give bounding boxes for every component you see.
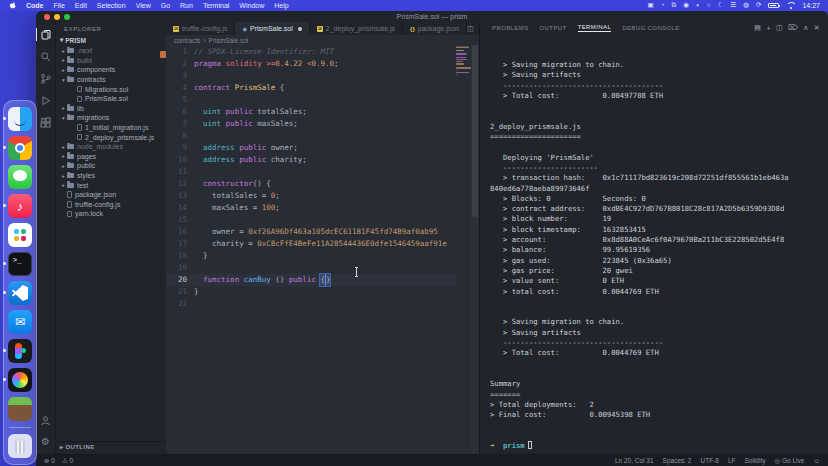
code-line-1[interactable]: 1// SPDX-License-Identifier: MIT bbox=[166, 46, 455, 58]
tree-item-truffle-config-js[interactable]: truffle-config.js bbox=[56, 200, 166, 210]
chat-icon[interactable]: ◖ bbox=[696, 2, 700, 9]
code-line-12[interactable]: 12 constructor() { bbox=[166, 178, 455, 190]
dock-minecraft[interactable] bbox=[6, 396, 34, 422]
breadcrumb[interactable]: contracts›PrismSale.sol bbox=[166, 35, 479, 45]
account-icon[interactable] bbox=[36, 413, 56, 428]
stats-icon[interactable]: ◔ bbox=[661, 2, 665, 9]
tree-item-yarn-lock[interactable]: yarn.lock bbox=[56, 209, 166, 219]
code-line-7[interactable]: 7 uint public maxSales; bbox=[166, 118, 455, 130]
status-feedback[interactable]: ☺ bbox=[813, 457, 820, 464]
tree-item-test[interactable]: ▸test bbox=[56, 180, 166, 190]
dock-vscode[interactable] bbox=[6, 280, 34, 306]
tree-item-public[interactable]: ▸public bbox=[56, 161, 166, 171]
menu-view[interactable]: View bbox=[136, 2, 151, 9]
dock-mail[interactable] bbox=[6, 309, 34, 335]
menu-run[interactable]: Run bbox=[180, 2, 193, 9]
maximize-panel-icon[interactable]: ∧ bbox=[803, 24, 809, 32]
code-line-20[interactable]: 20 function canBuy () public {} bbox=[166, 274, 455, 286]
tab-2_deploy_prismsale.js[interactable]: JS2_deploy_prismsale.js bbox=[310, 22, 403, 35]
outline-section[interactable]: ▸ OUTLINE bbox=[56, 441, 166, 451]
settings-gear-icon[interactable]: ⚙ bbox=[36, 434, 56, 449]
terminal-picker-icon[interactable]: ▤ bbox=[754, 24, 761, 32]
explorer-icon[interactable] bbox=[36, 27, 56, 42]
tree-item-2-deploy-prismsale-js[interactable]: 2_deploy_prismsale.js bbox=[56, 132, 166, 142]
menu-clock[interactable]: 14:27 bbox=[802, 2, 820, 9]
sync-icon[interactable]: ⟳ bbox=[756, 2, 761, 9]
battery-icon[interactable] bbox=[768, 3, 779, 8]
code-line-4[interactable]: 4contract PrismSale { bbox=[166, 82, 455, 94]
video-icon[interactable]: ▣ bbox=[647, 2, 653, 9]
tree-item-1-initial-migration-js[interactable]: 1_initial_migration.js bbox=[56, 123, 166, 133]
kill-terminal-icon[interactable]: ⌦ bbox=[788, 24, 798, 32]
tree-item--next[interactable]: ▸.next bbox=[56, 46, 166, 56]
menu-app-name[interactable]: Code bbox=[26, 2, 44, 9]
breadcrumb-contracts[interactable]: contracts bbox=[174, 37, 200, 44]
menu-selection[interactable]: Selection bbox=[97, 2, 126, 9]
code-line-17[interactable]: 17 charity = 0xC8cFfE4BeFe11A28544436E0d… bbox=[166, 238, 455, 250]
code-line-3[interactable]: 3 bbox=[166, 70, 455, 82]
breadcrumb-prismsale.sol[interactable]: PrismSale.sol bbox=[209, 37, 249, 44]
code-line-16[interactable]: 16 owner = 0xf26A96Df463a105dcEC61181F45… bbox=[166, 226, 455, 238]
keyboard-icon[interactable]: ☰ bbox=[731, 2, 737, 9]
code-line-9[interactable]: 9 address public owner; bbox=[166, 142, 455, 154]
status-cursor-position[interactable]: Ln 20, Col 31 bbox=[615, 457, 654, 464]
status-eol[interactable]: LF bbox=[728, 457, 736, 464]
minimap[interactable] bbox=[456, 46, 471, 76]
tree-item-lib[interactable]: ▸lib bbox=[56, 104, 166, 114]
code-line-22[interactable]: 22 bbox=[166, 298, 455, 310]
dock-photos[interactable] bbox=[6, 367, 34, 393]
split-terminal-icon[interactable]: ◫ bbox=[776, 24, 783, 32]
panel-tab-output[interactable]: OUTPUT bbox=[540, 25, 567, 31]
dock-music[interactable] bbox=[6, 193, 34, 219]
display-icon[interactable]: ⧉ bbox=[671, 2, 676, 9]
code-line-21[interactable]: 21} bbox=[166, 286, 455, 298]
code-line-18[interactable]: 18 } bbox=[166, 250, 455, 262]
menu-edit[interactable]: Edit bbox=[75, 2, 87, 9]
close-panel-icon[interactable]: ✕ bbox=[814, 24, 820, 32]
dock-figma[interactable] bbox=[6, 338, 34, 364]
search-icon[interactable] bbox=[36, 49, 56, 64]
tree-item-migrations[interactable]: ▾migrations bbox=[56, 113, 166, 123]
dock-slack[interactable] bbox=[6, 222, 34, 248]
code-line-8[interactable]: 8 bbox=[166, 130, 455, 142]
menu-file[interactable]: File bbox=[54, 2, 65, 9]
tab-truffle-config.js[interactable]: JStruffle-config.js bbox=[166, 22, 235, 35]
source-control-icon[interactable] bbox=[36, 71, 56, 86]
code-line-6[interactable]: 6 uint public totalSales; bbox=[166, 106, 455, 118]
dock-messages[interactable] bbox=[6, 164, 34, 190]
record-icon[interactable]: ◉ bbox=[683, 2, 689, 9]
panel-tab-terminal[interactable]: TERMINAL bbox=[578, 24, 612, 32]
new-terminal-icon[interactable]: + bbox=[766, 25, 771, 32]
split-editor-icon[interactable]: ◫ bbox=[467, 25, 474, 33]
menu-terminal[interactable]: Terminal bbox=[203, 2, 229, 9]
extensions-icon[interactable] bbox=[36, 115, 56, 130]
dock-finder[interactable] bbox=[6, 106, 34, 132]
tree-item-contracts[interactable]: ▾contracts bbox=[56, 75, 166, 85]
status-warnings[interactable]: ⚠ 0 bbox=[62, 457, 73, 465]
code-line-2[interactable]: 2pragma solidity >=0.4.22 <0.9.0; bbox=[166, 58, 455, 70]
tree-item-styles[interactable]: ▸styles bbox=[56, 171, 166, 181]
tree-item-components[interactable]: ▸components bbox=[56, 65, 166, 75]
code-line-14[interactable]: 14 maxSales = 100; bbox=[166, 202, 455, 214]
code-line-13[interactable]: 13 totalSales = 0; bbox=[166, 190, 455, 202]
code-line-10[interactable]: 10 address public charity; bbox=[166, 154, 455, 166]
tree-item-build[interactable]: ▸build bbox=[56, 56, 166, 66]
tree-item-migrations-sol[interactable]: Migrations.sol bbox=[56, 84, 166, 94]
status-language-mode[interactable]: Solidity bbox=[745, 457, 766, 464]
status-indentation[interactable]: Spaces: 2 bbox=[663, 457, 692, 464]
status-errors[interactable]: ⊗ 0 bbox=[44, 457, 55, 465]
run-debug-icon[interactable] bbox=[36, 93, 56, 108]
tree-item-node-modules[interactable]: ▸node_modules bbox=[56, 142, 166, 152]
code-editor[interactable]: 1// SPDX-License-Identifier: MIT2pragma … bbox=[166, 45, 455, 454]
status-go-live[interactable]: ◎ Go Live bbox=[774, 457, 804, 465]
code-line-11[interactable]: 11 bbox=[166, 166, 455, 178]
status-encoding[interactable]: UTF-8 bbox=[700, 457, 718, 464]
apple-menu-icon[interactable] bbox=[8, 1, 17, 10]
minimize-window-button[interactable] bbox=[54, 14, 60, 20]
tree-item-package-json[interactable]: package.json bbox=[56, 190, 166, 200]
search-icon[interactable]: ○ bbox=[707, 2, 711, 9]
explorer-section-prism[interactable]: ▾ PRISM bbox=[56, 32, 166, 46]
dock-trash[interactable] bbox=[6, 433, 34, 459]
tab-prismsale.sol[interactable]: ◆PrismSale.sol bbox=[235, 22, 309, 35]
siri-icon[interactable]: ◍ bbox=[743, 2, 749, 9]
